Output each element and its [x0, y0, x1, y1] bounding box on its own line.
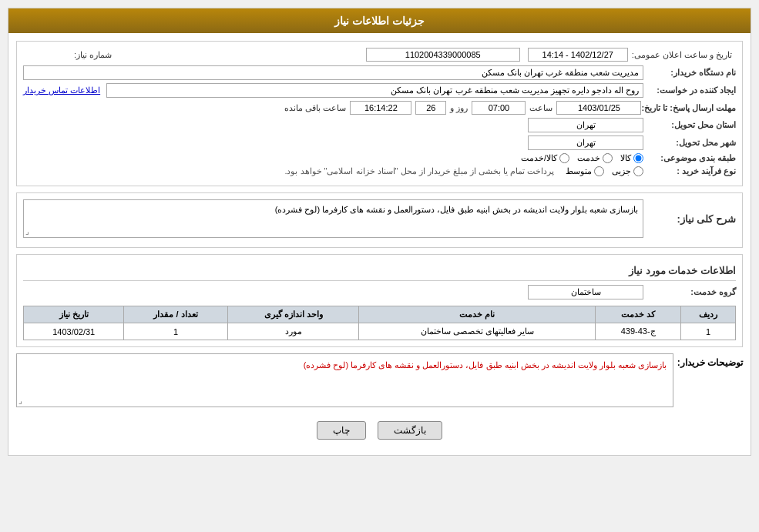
- description-section: شرح کلی نیاز: بازسازی شعبه بلوار ولایت ا…: [16, 192, 743, 248]
- category-options: کالا خدمت کالا/خدمت: [23, 153, 643, 163]
- creator-value-box: روح اله دادجو دایره تجهیز مدیریت شعب منط…: [23, 83, 643, 98]
- request-number-label: شماره نیاز:: [23, 50, 116, 60]
- category-khadamat-label: خدمت: [577, 153, 600, 163]
- deadline-time-label: ساعت: [529, 103, 552, 113]
- province-row: استان محل تحویل: تهران: [23, 118, 736, 132]
- col-unit: واحد اندازه گیری: [227, 306, 359, 323]
- deadline-date-input: 1403/01/25: [556, 101, 641, 115]
- category-kala-khadamat-label: کالا/خدمت: [521, 153, 557, 163]
- request-number-input: 1102004339000085: [366, 48, 520, 62]
- service-group-row: گروه خدمت: ساختمان: [23, 285, 736, 299]
- col-service-name: نام خدمت: [359, 306, 596, 323]
- category-row: طبقه بندی موضوعی: کالا خدمت: [23, 153, 736, 163]
- buyer-notes-label: توضیحات خریدار:: [673, 353, 743, 368]
- col-service-code: کد خدمت: [596, 306, 681, 323]
- datetime-from-input: 1402/12/27 - 14:14: [528, 48, 628, 62]
- services-section: اطلاعات خدمات مورد نیاز گروه خدمت: ساختم…: [16, 254, 743, 347]
- main-panel: جزئیات اطلاعات نیاز شماره نیاز: 11020043…: [8, 8, 751, 456]
- description-box: بازسازی شعبه بلوار ولایت اندیشه در بخش ا…: [23, 199, 643, 238]
- deadline-day-label: روز و: [450, 103, 468, 113]
- city-label: شهر محل تحویل:: [643, 138, 736, 148]
- purchase-type-label: نوع فرآیند خرید :: [643, 166, 736, 176]
- service-group-label: گروه خدمت:: [643, 287, 736, 297]
- description-label: شرح کلی نیاز:: [643, 213, 736, 225]
- request-number-value-area: 1102004339000085: [116, 48, 528, 62]
- cell-service-name: سایر فعالیتهای تخصصی ساختمان: [359, 323, 596, 340]
- cell-row-num: 1: [681, 323, 736, 340]
- datetime-area: تاریخ و ساعت اعلان عمومی: 1402/12/27 - 1…: [528, 48, 736, 62]
- deadline-date-row: 1403/01/25 ساعت 07:00 روز و 26 16:14:22 …: [23, 101, 641, 115]
- back-button[interactable]: بازگشت: [378, 421, 442, 440]
- category-label: طبقه بندی موضوعی:: [643, 153, 736, 163]
- services-table: ردیف کد خدمت نام خدمت واحد اندازه گیری ت…: [23, 306, 736, 340]
- org-name-label: نام دستگاه خریدار:: [643, 68, 736, 78]
- creator-label: ایجاد کننده در خواست:: [643, 85, 736, 95]
- creator-row: ایجاد کننده در خواست: روح اله دادجو دایر…: [23, 83, 736, 98]
- col-quantity: تعداد / مقدار: [124, 306, 227, 323]
- deadline-remaining-input: 16:14:22: [350, 101, 411, 115]
- col-need-date: تاریخ نیاز: [24, 306, 124, 323]
- buttons-row: بازگشت چاپ: [16, 413, 743, 447]
- deadline-value-box: 1403/01/25 ساعت 07:00 روز و 26 16:14:22 …: [23, 101, 641, 115]
- city-input: تهران: [528, 136, 643, 150]
- creator-value: روح اله دادجو دایره تجهیز مدیریت شعب منط…: [106, 83, 643, 98]
- deadline-days-input: 26: [415, 101, 446, 115]
- purchase-mottaset[interactable]: متوسط: [566, 166, 604, 176]
- cell-need-date: 1403/02/31: [24, 323, 124, 340]
- table-header-row: ردیف کد خدمت نام خدمت واحد اندازه گیری ت…: [24, 306, 736, 323]
- category-kala-label: کالا: [620, 153, 631, 163]
- datetime-label: تاریخ و ساعت اعلان عمومی:: [632, 50, 736, 60]
- purchase-type-row: نوع فرآیند خرید : جزیی متوسط: [23, 166, 736, 176]
- purchase-type-note: پرداخت تمام یا بخشی از مبلغ خریدار از مح…: [284, 166, 554, 176]
- org-name-value: مدیریت شعب منطقه غرب تهران بانک مسکن: [23, 65, 643, 80]
- col-row-num: ردیف: [681, 306, 736, 323]
- panel-body: شماره نیاز: 1102004339000085 تاریخ و ساع…: [8, 33, 751, 455]
- deadline-label: مهلت ارسال پاسخ: تا تاریخ:: [641, 103, 736, 113]
- purchase-mottaset-label: متوسط: [566, 166, 592, 176]
- info-section: شماره نیاز: 1102004339000085 تاریخ و ساع…: [16, 41, 743, 186]
- deadline-time-input: 07:00: [472, 101, 526, 115]
- province-input: تهران: [528, 118, 643, 132]
- resize-handle-notes: ⌟: [18, 396, 22, 405]
- buyer-notes-content: بازسازی شعبه بلوار ولایت اندیشه در بخش ا…: [16, 353, 673, 407]
- inner-form-area: شماره نیاز: 1102004339000085 تاریخ و ساع…: [23, 48, 736, 176]
- print-button[interactable]: چاپ: [317, 421, 366, 440]
- services-section-title: اطلاعات خدمات مورد نیاز: [23, 261, 736, 281]
- purchase-type-options: جزیی متوسط: [566, 166, 643, 176]
- deadline-remaining-label: ساعت باقی مانده: [284, 103, 346, 113]
- purchase-jozii-label: جزیی: [612, 166, 631, 176]
- panel-header: جزئیات اطلاعات نیاز: [8, 8, 751, 33]
- table-body: 1 ج-43-439 سایر فعالیتهای تخصصی ساختمان …: [24, 323, 736, 340]
- city-value-box: تهران: [23, 136, 643, 150]
- purchase-jozii[interactable]: جزیی: [612, 166, 643, 176]
- request-number-row: شماره نیاز: 1102004339000085 تاریخ و ساع…: [23, 48, 736, 62]
- description-row: شرح کلی نیاز: بازسازی شعبه بلوار ولایت ا…: [23, 199, 736, 238]
- purchase-mottaset-radio[interactable]: [594, 166, 604, 176]
- category-kala-khadamat[interactable]: کالا/خدمت: [521, 153, 569, 163]
- contact-link[interactable]: اطلاعات تماس خریدار: [23, 85, 100, 95]
- org-name-row: نام دستگاه خریدار: مدیریت شعب منطقه غرب …: [23, 65, 736, 80]
- description-value-box: بازسازی شعبه بلوار ولایت اندیشه در بخش ا…: [23, 199, 643, 238]
- province-value-box: تهران: [23, 118, 643, 132]
- page-container: جزئیات اطلاعات نیاز شماره نیاز: 11020043…: [0, 0, 759, 532]
- category-khadamat-radio[interactable]: [603, 153, 613, 163]
- cell-quantity: 1: [124, 323, 227, 340]
- purchase-jozii-radio[interactable]: [633, 166, 643, 176]
- service-group-input: ساختمان: [528, 285, 643, 299]
- buyer-notes-text: بازسازی شعبه بلوار ولایت اندیشه در بخش ا…: [304, 360, 667, 370]
- category-khadamat[interactable]: خدمت: [577, 153, 613, 163]
- category-kala-khadamat-radio[interactable]: [559, 153, 569, 163]
- org-name-box: مدیریت شعب منطقه غرب تهران بانک مسکن: [23, 65, 643, 80]
- city-row: شهر محل تحویل: تهران: [23, 136, 736, 150]
- buyer-notes-box: بازسازی شعبه بلوار ولایت اندیشه در بخش ا…: [16, 353, 673, 407]
- category-kala-radio[interactable]: [633, 153, 643, 163]
- buyer-notes-row: توضیحات خریدار: بازسازی شعبه بلوار ولایت…: [16, 353, 743, 407]
- purchase-type-area: جزیی متوسط پرداخت تمام یا بخشی از مبلغ خ…: [23, 166, 643, 176]
- panel-title: جزئیات اطلاعات نیاز: [334, 15, 425, 27]
- province-label: استان محل تحویل:: [643, 120, 736, 130]
- category-kala[interactable]: کالا: [620, 153, 643, 163]
- resize-handle-desc: ⌟: [25, 227, 29, 236]
- cell-service-code: ج-43-439: [596, 323, 681, 340]
- table-row: 1 ج-43-439 سایر فعالیتهای تخصصی ساختمان …: [24, 323, 736, 340]
- service-group-box: ساختمان: [23, 285, 643, 299]
